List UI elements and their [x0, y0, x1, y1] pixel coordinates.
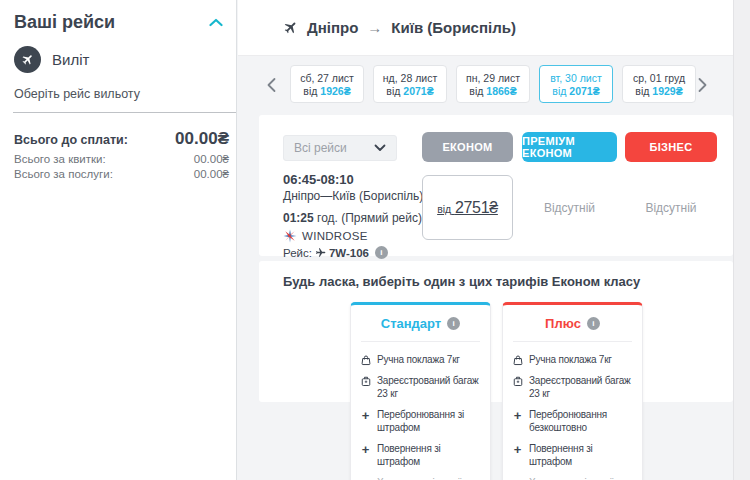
- tariffs-panel: Будь ласка, виберіть один з цих тарифів …: [259, 261, 733, 402]
- business-absent-status: Відсутній: [625, 201, 717, 215]
- total-due-label: Всього до сплати:: [14, 133, 128, 147]
- total-tickets-label: Всього за квитки:: [14, 153, 106, 165]
- scrollbar-track[interactable]: [733, 0, 750, 480]
- date-tab[interactable]: сб, 27 лист від 1926₴: [290, 65, 364, 103]
- fare-item: Зареєстрований багаж 23 кг: [511, 374, 638, 400]
- flight-number-label: Рейс:: [283, 247, 312, 259]
- departure-plane-icon: [14, 46, 41, 73]
- fare-item: Зареєстрований багаж 23 кг: [359, 374, 486, 400]
- airline-row: WINDROSE: [283, 229, 423, 243]
- route-header: Дніпро → Київ (Бориспіль): [238, 0, 733, 56]
- tab-premium-econom[interactable]: ПРЕМІУМ ЕКОНОМ: [522, 132, 617, 162]
- fare-name: Плюс: [545, 316, 581, 331]
- fare-item: Ручна поклажа 7кг: [511, 353, 638, 366]
- fare-item: – Харчування і напої за додаткову плату: [359, 476, 486, 480]
- windrose-logo-icon: [283, 229, 297, 243]
- flight-info: 06:45-08:10 Дніпро—Київ (Бориспіль) 01:2…: [283, 172, 423, 259]
- handbag-icon: [511, 353, 524, 366]
- route-to: Київ (Бориспіль): [391, 19, 516, 36]
- fare-benefits-list: Ручна поклажа 7кг Зареєстрований багаж 2…: [351, 342, 490, 480]
- departure-hint: Оберіть рейс вильоту: [14, 87, 140, 101]
- total-tickets-row: Всього за квитки: 00.00₴: [14, 153, 229, 165]
- suitcase-icon: [511, 374, 524, 400]
- minus-icon: –: [359, 476, 372, 480]
- plus-icon: +: [511, 408, 524, 434]
- total-services-row: Всього за послуги: 00.00₴: [14, 168, 229, 180]
- airline-name: WINDROSE: [302, 230, 368, 242]
- fare-info-icon[interactable]: i: [587, 317, 600, 330]
- premium-absent-status: Відсутній: [522, 201, 617, 215]
- total-due-row: Всього до сплати: 00.00₴: [14, 129, 229, 149]
- chevron-down-icon: [374, 144, 386, 152]
- plus-icon: +: [359, 442, 372, 468]
- fare-card-standard[interactable]: Стандарт i Ручна поклажа 7кг Зареєстрова…: [350, 302, 491, 480]
- fare-name: Стандарт: [381, 316, 441, 331]
- fare-info-icon[interactable]: i: [447, 317, 460, 330]
- handbag-icon: [359, 353, 372, 366]
- sidebar: Ваші рейси Виліт Оберіть рейс вильоту Вс…: [0, 0, 237, 480]
- total-services-label: Всього за послуги:: [14, 168, 113, 180]
- minus-icon: –: [511, 476, 524, 480]
- flight-time: 06:45-08:10: [283, 172, 423, 187]
- flight-duration: 01:25 год. (Прямий рейс): [283, 211, 423, 225]
- main-content: Дніпро → Київ (Бориспіль) сб, 27 лист ві…: [238, 0, 733, 480]
- flight-route: Дніпро—Київ (Бориспіль): [283, 189, 423, 203]
- chevron-up-icon[interactable]: [206, 15, 226, 30]
- date-carousel: сб, 27 лист від 1926₴ нд, 28 лист від 20…: [238, 57, 733, 113]
- flight-number-plane-icon: [315, 247, 326, 258]
- fare-card-plus[interactable]: Плюс i Ручна поклажа 7кг Зареєстрований …: [502, 302, 643, 480]
- flight-number: 7W-106: [329, 247, 369, 259]
- route-plane-icon: [280, 17, 301, 38]
- tab-business[interactable]: БІЗНЕС: [625, 132, 717, 162]
- date-strip: сб, 27 лист від 1926₴ нд, 28 лист від 20…: [290, 65, 696, 103]
- fare-item: – Харчування і напої за додаткову плату: [511, 476, 638, 480]
- tariffs-title: Будь ласка, виберіть один з цих тарифів …: [283, 274, 640, 289]
- sidebar-header: Ваші рейси: [14, 12, 226, 33]
- date-tab-selected[interactable]: вт, 30 лист від 2071₴: [539, 65, 613, 103]
- flights-filter-value: Всі рейси: [294, 141, 347, 155]
- plus-icon: +: [511, 442, 524, 468]
- total-services-value: 00.00₴: [194, 168, 229, 180]
- total-due-value: 00.00₴: [175, 129, 229, 149]
- fare-card-header: Плюс i: [503, 305, 642, 341]
- carousel-next-button[interactable]: [697, 77, 708, 93]
- flights-filter-dropdown[interactable]: Всі рейси: [283, 135, 397, 161]
- fare-item: + Перебронювання безкоштовно: [511, 408, 638, 434]
- route-arrow: →: [367, 19, 382, 36]
- flight-number-row: Рейс: 7W-106 i: [283, 246, 423, 259]
- route-from: Дніпро: [307, 19, 358, 36]
- date-tab[interactable]: ср, 01 груд від 1929₴: [622, 65, 696, 103]
- date-tab[interactable]: нд, 28 лист від 2071₴: [373, 65, 447, 103]
- total-tickets-value: 00.00₴: [194, 153, 229, 165]
- fare-item: + Перебронювання зі штрафом: [359, 408, 486, 434]
- fare-card-header: Стандарт i: [351, 305, 490, 341]
- plus-icon: +: [359, 408, 372, 434]
- fare-item: + Повернення зі штрафом: [511, 442, 638, 468]
- econom-price-button[interactable]: від 2751₴: [422, 175, 513, 240]
- departure-row: Виліт: [14, 46, 89, 73]
- date-tab[interactable]: пн, 29 лист від 1866₴: [456, 65, 530, 103]
- tab-econom[interactable]: ЕКОНОМ: [422, 132, 513, 162]
- departure-label: Виліт: [52, 51, 89, 68]
- sidebar-divider: [13, 112, 236, 113]
- fare-item: Ручна поклажа 7кг: [359, 353, 486, 366]
- flight-info-icon[interactable]: i: [375, 246, 388, 259]
- suitcase-icon: [359, 374, 372, 400]
- fare-benefits-list: Ручна поклажа 7кг Зареєстрований багаж 2…: [503, 342, 642, 480]
- carousel-prev-button[interactable]: [266, 77, 277, 93]
- fare-item: + Повернення зі штрафом: [359, 442, 486, 468]
- sidebar-title: Ваші рейси: [14, 12, 115, 33]
- flights-panel: Всі рейси ЕКОНОМ ПРЕМІУМ ЕКОНОМ БІЗНЕС 0…: [259, 115, 733, 256]
